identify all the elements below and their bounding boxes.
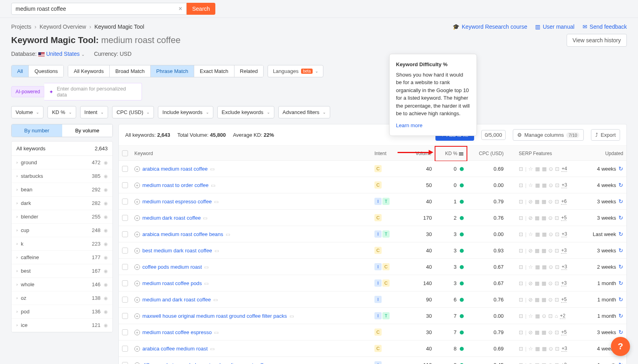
sidebar-item[interactable]: ›starbucks385◉ xyxy=(12,169,112,183)
keyword-link[interactable]: medium roast coffee pods xyxy=(142,280,202,286)
view-history-button[interactable]: View search history xyxy=(567,34,627,47)
doc-icon[interactable]: ▭ xyxy=(211,183,215,188)
export-button[interactable]: ⤴Export xyxy=(591,129,620,141)
keyword-link[interactable]: medium roast espresso coffee xyxy=(142,199,212,205)
filter-cpc[interactable]: CPC (USD)⌄ xyxy=(112,106,154,118)
refresh-icon[interactable]: ↻ xyxy=(618,264,623,270)
serp-more[interactable]: +5 xyxy=(561,297,567,303)
refresh-icon[interactable]: ↻ xyxy=(618,329,623,335)
row-checkbox[interactable] xyxy=(122,248,128,254)
eye-icon[interactable]: ◉ xyxy=(104,309,108,315)
sidebar-item[interactable]: ›dark282◉ xyxy=(12,197,112,210)
serp-more[interactable]: +5 xyxy=(561,215,567,221)
expand-icon[interactable]: + xyxy=(134,199,140,205)
refresh-icon[interactable]: ↻ xyxy=(618,165,623,172)
domain-input[interactable]: ✦Enter domain for personalized data xyxy=(44,83,142,100)
breadcrumb-item[interactable]: Keyword Overview xyxy=(39,24,86,30)
eye-icon[interactable]: ◉ xyxy=(104,268,108,274)
refresh-icon[interactable]: ↻ xyxy=(618,182,623,188)
manual-link[interactable]: ▥User manual xyxy=(535,24,574,30)
sidebar-item[interactable]: ›oz138◉ xyxy=(12,291,112,305)
select-all-checkbox[interactable] xyxy=(122,150,128,156)
sidebar-header[interactable]: All keywords2,643 xyxy=(12,142,112,156)
row-checkbox[interactable] xyxy=(122,199,128,205)
doc-icon[interactable]: ▭ xyxy=(204,264,209,270)
breadcrumb-item[interactable]: Projects xyxy=(11,24,32,30)
eye-icon[interactable]: ◉ xyxy=(104,214,108,220)
keyword-link[interactable]: medium and dark roast coffee xyxy=(142,297,211,303)
keyword-link[interactable]: medium roast to order coffee xyxy=(142,182,209,188)
refresh-icon[interactable]: ↻ xyxy=(618,296,623,303)
expand-icon[interactable]: + xyxy=(134,281,140,286)
clear-search-icon[interactable]: × xyxy=(179,5,182,12)
tab-all[interactable]: All xyxy=(12,65,29,77)
filter-advanced[interactable]: Advanced filters⌄ xyxy=(278,106,331,118)
tab-exact-match[interactable]: Exact Match xyxy=(194,65,234,77)
doc-icon[interactable]: ▭ xyxy=(204,281,209,286)
filter-exclude[interactable]: Exclude keywords⌄ xyxy=(217,106,274,118)
expand-icon[interactable]: + xyxy=(134,232,140,237)
serp-more[interactable]: +3 xyxy=(561,280,567,286)
row-checkbox[interactable] xyxy=(122,280,128,286)
keyword-link[interactable]: arabica medium roast coffee beans xyxy=(142,231,223,237)
serp-more[interactable]: +3 xyxy=(561,362,567,364)
tab-questions[interactable]: Questions xyxy=(29,65,63,77)
doc-icon[interactable]: ▭ xyxy=(271,362,276,364)
tab-phrase-match[interactable]: Phrase Match xyxy=(151,65,194,77)
filter-kd[interactable]: KD %⌄ xyxy=(47,106,76,118)
keyword-link[interactable]: medium dark roast coffee xyxy=(142,215,201,221)
sidebar-item[interactable]: ›ice121◉ xyxy=(12,319,112,332)
expand-icon[interactable]: + xyxy=(134,183,140,188)
help-button[interactable]: ? xyxy=(611,337,630,356)
row-checkbox[interactable] xyxy=(122,313,128,319)
row-checkbox[interactable] xyxy=(122,215,128,221)
serp-more[interactable]: +3 xyxy=(561,264,567,270)
serp-more[interactable]: +6 xyxy=(561,199,567,205)
manage-columns-button[interactable]: ⚙Manage columns7/10 xyxy=(513,129,584,141)
keyword-link[interactable]: best medium dark roast coffee xyxy=(142,248,212,254)
col-kd[interactable]: KD % xyxy=(435,146,467,161)
expand-icon[interactable]: + xyxy=(134,362,140,364)
doc-icon[interactable]: ▭ xyxy=(210,346,215,352)
serp-more[interactable]: +4 xyxy=(561,166,567,172)
serp-more[interactable]: +5 xyxy=(561,329,567,335)
filter-volume[interactable]: Volume⌄ xyxy=(11,106,43,118)
row-checkbox[interactable] xyxy=(122,297,128,303)
expand-icon[interactable]: + xyxy=(134,313,140,319)
eye-icon[interactable]: ◉ xyxy=(104,160,108,165)
doc-icon[interactable]: ▭ xyxy=(289,313,294,319)
sidebar-item[interactable]: ›blender255◉ xyxy=(12,210,112,224)
eye-icon[interactable]: ◉ xyxy=(104,187,108,193)
sidebar-tab-by-volume[interactable]: By volume xyxy=(62,124,113,137)
row-checkbox[interactable] xyxy=(122,362,128,364)
row-checkbox[interactable] xyxy=(122,329,128,335)
expand-icon[interactable]: + xyxy=(134,215,140,221)
refresh-icon[interactable]: ↻ xyxy=(618,313,623,319)
sidebar-item[interactable]: ›best167◉ xyxy=(12,264,112,278)
serp-more[interactable]: +3 xyxy=(561,248,567,254)
serp-more[interactable]: +3 xyxy=(561,182,567,188)
col-keyword[interactable]: Keyword xyxy=(131,146,371,161)
col-serp[interactable]: SERP Features xyxy=(507,146,583,161)
sidebar-tab-by-number[interactable]: By number xyxy=(12,124,62,137)
serp-more[interactable]: +3 xyxy=(561,231,567,237)
tooltip-learn-more-link[interactable]: Learn more xyxy=(396,122,470,130)
row-checkbox[interactable] xyxy=(122,264,128,270)
expand-icon[interactable]: + xyxy=(134,297,140,303)
tab-related[interactable]: Related xyxy=(234,65,264,77)
eye-icon[interactable]: ◉ xyxy=(104,295,108,301)
sidebar-item[interactable]: ›ground472◉ xyxy=(12,156,112,169)
feedback-link[interactable]: ✉Send feedback xyxy=(583,24,627,30)
expand-icon[interactable]: + xyxy=(134,330,140,335)
refresh-icon[interactable]: ↻ xyxy=(618,280,623,286)
expand-icon[interactable]: + xyxy=(134,264,140,270)
refresh-icon[interactable]: ↻ xyxy=(618,247,623,254)
keyword-link[interactable]: arabica coffee medium roast xyxy=(142,346,208,352)
expand-icon[interactable]: + xyxy=(134,346,140,352)
keyword-link[interactable]: difference between dark roast and medium… xyxy=(142,362,269,364)
keyword-link[interactable]: arabica medium roast coffee xyxy=(142,166,208,172)
col-cpc[interactable]: CPC (USD) xyxy=(467,146,507,161)
row-checkbox[interactable] xyxy=(122,166,128,172)
doc-icon[interactable]: ▭ xyxy=(226,232,230,237)
sidebar-item[interactable]: ›whole146◉ xyxy=(12,278,112,291)
